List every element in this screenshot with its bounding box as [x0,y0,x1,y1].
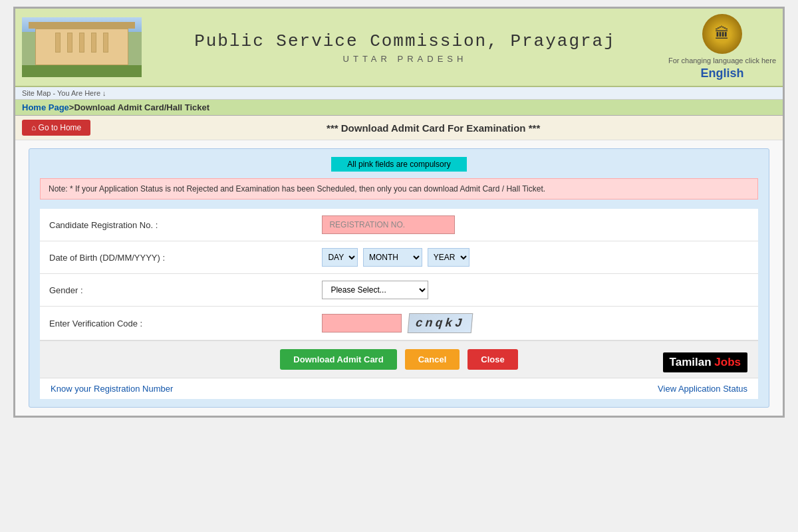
main-content: All pink fields are compulsory Note: * I… [15,140,783,416]
registration-label: Candidate Registration No. : [40,209,313,241]
dob-cell: DAY 12345 678910 1112131415 1617181920 2… [313,241,758,274]
year-select[interactable]: YEAR 1980198119821983 1984198519861987 1… [428,248,469,267]
header-title: Public Service Commission, Prayagraj [148,31,662,51]
column-5 [103,33,108,53]
language-link[interactable]: English [700,66,743,80]
verification-cell: cnqkJ [313,307,758,340]
verification-row: Enter Verification Code : cnqkJ [40,307,758,340]
column-1 [55,33,61,53]
note-box: Note: * If your Application Status is no… [40,178,758,200]
column-4 [91,33,96,53]
month-select[interactable]: MONTH JanuaryFebruaryMarchApril MayJuneJ… [363,248,422,267]
gender-select[interactable]: Please Select... Male Female Other [322,281,428,299]
verification-label: Enter Verification Code : [40,307,313,340]
buttons-row: Download Admit Card Cancel Close [40,340,758,378]
breadcrumb-current: Download Admit Card/Hall Ticket [74,102,209,112]
gender-row: Gender : Please Select... Male Female Ot… [40,274,758,307]
building-roof [29,22,135,29]
header: Public Service Commission, Prayagraj UTT… [15,9,783,87]
footer-links: Know your Registration Number View Appli… [40,378,758,399]
day-select[interactable]: DAY 12345 678910 1112131415 1617181920 2… [322,248,358,267]
go-home-button[interactable]: Go to Home [22,120,90,136]
header-right: 🏛 For changing language click here Engli… [668,14,776,80]
page-frame: Public Service Commission, Prayagraj UTT… [13,7,785,418]
header-center: Public Service Commission, Prayagraj UTT… [142,25,668,70]
note-text: Note: * If your Application Status is no… [49,184,545,194]
know-registration-link[interactable]: Know your Registration Number [51,384,173,394]
dob-label: Date of Birth (DD/MM/YYYY) : [40,241,313,274]
close-button[interactable]: Close [467,349,517,370]
page-title: *** Download Admit Card For Examination … [90,122,776,134]
dob-row: Date of Birth (DD/MM/YYYY) : DAY 12345 6… [40,241,758,274]
compulsory-notice: All pink fields are compulsory [331,157,466,172]
buttons-container: Download Admit Card Cancel Close Tamilan… [40,340,758,378]
form-card: All pink fields are compulsory Note: * I… [29,148,769,408]
breadcrumb-home[interactable]: Home Page [22,102,69,112]
column-3 [79,33,84,53]
building-columns [52,33,112,53]
building-structure [35,29,128,65]
sitemap-text: Site Map - You Are Here ↓ [22,89,106,97]
download-admit-card-button[interactable]: Download Admit Card [280,349,396,370]
captcha-image: cnqkJ [408,313,473,333]
header-building-image [22,17,142,77]
form-table: Candidate Registration No. : Date of Bir… [40,209,758,340]
action-bar: Go to Home *** Download Admit Card For E… [15,116,783,140]
language-label: For changing language click here [668,57,776,65]
registration-row: Candidate Registration No. : [40,209,758,241]
registration-input[interactable] [322,215,455,234]
notice-wrap: All pink fields are compulsory [40,157,758,172]
registration-cell [313,209,758,241]
header-subtitle: UTTAR PRADESH [148,54,662,64]
captcha-row: cnqkJ [322,313,749,333]
building-trees [22,65,142,77]
gender-cell: Please Select... Male Female Other [313,274,758,307]
column-2 [67,33,72,53]
breadcrumb: Home Page>Download Admit Card/Hall Ticke… [15,100,783,116]
cancel-button[interactable]: Cancel [405,349,460,370]
captcha-input[interactable] [322,314,402,332]
emblem-icon: 🏛 [702,14,742,54]
view-application-status-link[interactable]: View Application Status [658,384,747,394]
sitemap-bar: Site Map - You Are Here ↓ [15,87,783,100]
gender-label: Gender : [40,274,313,307]
